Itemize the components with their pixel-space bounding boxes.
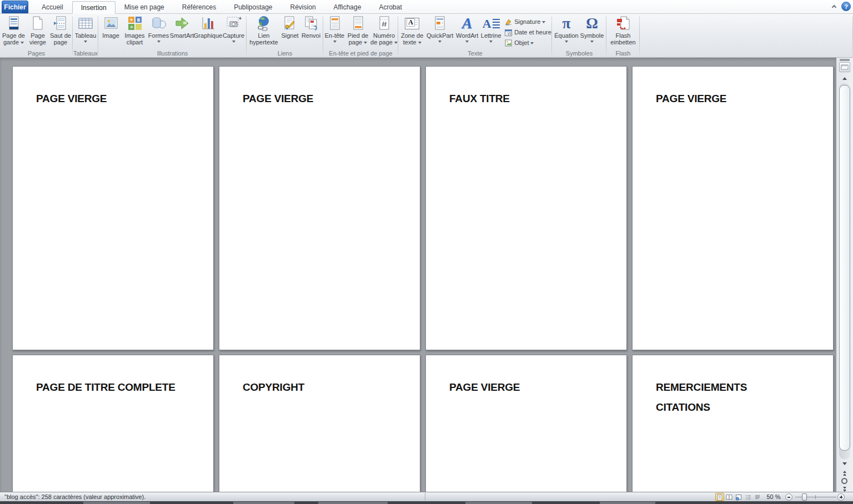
clipart-icon — [127, 15, 143, 32]
capture-button[interactable]: Capture — [222, 14, 245, 43]
status-bar: "blog accès": 258 caractères (valeur app… — [0, 492, 853, 501]
document-page-2[interactable]: PAGE VIERGE — [219, 66, 420, 350]
equation-button[interactable]: π Équation — [554, 14, 579, 43]
dropdown-arrow — [438, 41, 441, 43]
tab-affichage[interactable]: Affichage — [325, 1, 370, 13]
date-time-icon — [504, 28, 513, 37]
date-et-heure-button[interactable]: Date et heure — [504, 28, 551, 37]
graphique-button[interactable]: Graphique — [194, 14, 222, 39]
ruler-toggle-button[interactable] — [839, 62, 850, 72]
picture-icon — [103, 15, 119, 32]
formes-button[interactable]: Formes — [148, 14, 170, 43]
zoom-percentage[interactable]: 50 % — [764, 493, 783, 500]
scroll-down-button[interactable] — [839, 459, 850, 468]
zoom-out-button[interactable] — [785, 493, 792, 501]
document-page-6[interactable]: COPYRIGHT — [219, 355, 420, 492]
help-button[interactable]: ? — [841, 2, 851, 11]
equation-pi-icon: π — [558, 15, 575, 32]
zone-de-texte-button[interactable]: A Zone de texte — [399, 14, 425, 46]
zoom-in-button[interactable] — [837, 493, 845, 501]
file-tab[interactable]: Fichier — [2, 1, 28, 13]
symbole-button[interactable]: Ω Symbole — [579, 14, 605, 43]
tab-accueil[interactable]: Accueil — [33, 1, 72, 13]
group-label-pages: Pages — [0, 50, 73, 57]
table-icon — [77, 15, 94, 32]
document-workspace[interactable]: PAGE VIERGE PAGE VIERGE FAUX TITRE PAGE … — [0, 58, 836, 492]
ribbon-group-symboles: π Équation Ω Symbole Symboles — [552, 14, 606, 57]
images-clipart-button[interactable]: Images clipart — [122, 14, 148, 46]
group-label-symboles: Symboles — [552, 50, 606, 57]
scrollbar-thumb[interactable] — [839, 85, 850, 451]
select-browse-object-button[interactable] — [841, 478, 847, 484]
zoom-slider-center-tick — [815, 495, 816, 499]
fullscreen-reading-icon — [726, 494, 732, 501]
objet-button[interactable]: Objet — [504, 38, 551, 47]
document-page-5[interactable]: PAGE DE TITRE COMPLETE — [12, 355, 214, 492]
signature-icon — [504, 18, 513, 26]
page-title: PAGE VIERGE — [656, 89, 822, 109]
signature-button[interactable]: Signature — [504, 17, 551, 26]
minimize-ribbon-button[interactable] — [829, 2, 839, 11]
view-mode-buttons — [715, 493, 762, 501]
tab-revision[interactable]: Révision — [282, 1, 325, 13]
lettrine-button[interactable]: A Lettrine — [480, 14, 502, 43]
shapes-icon — [150, 15, 167, 32]
scroll-up-button[interactable] — [839, 74, 850, 83]
document-page-7[interactable]: PAGE VIERGE — [425, 355, 627, 492]
draft-view-button[interactable] — [753, 493, 762, 501]
quickpart-button[interactable]: QuickPart — [425, 14, 454, 43]
fullscreen-reading-view-button[interactable] — [725, 493, 734, 501]
document-page-4[interactable]: PAGE VIERGE — [632, 66, 834, 350]
wordart-button[interactable]: A WordArt — [454, 14, 480, 43]
word-window: Fichier Accueil Insertion Mise en page R… — [0, 0, 853, 504]
page-de-garde-button[interactable]: Page de garde — [1, 14, 27, 46]
group-label-liens: Liens — [247, 50, 323, 57]
saut-de-page-button[interactable]: Saut de page — [49, 14, 72, 46]
hyperlink-globe-icon — [255, 15, 272, 32]
renvoi-button[interactable]: Renvoi — [300, 14, 322, 39]
vertical-scrollbar-rail — [836, 58, 853, 492]
footer-icon — [350, 15, 367, 32]
dropdown-arrow — [590, 41, 594, 43]
ribbon-group-entete-pied: En-tête Pied de page Numéro de page En-t… — [323, 14, 398, 57]
page-title: PAGE VIERGE — [449, 377, 615, 397]
tableau-button[interactable]: Tableau — [73, 14, 98, 43]
tab-acrobat[interactable]: Acrobat — [370, 1, 410, 13]
signet-button[interactable]: Signet — [279, 14, 300, 39]
chevron-up-icon — [831, 5, 836, 9]
tab-insertion[interactable]: Insertion — [72, 1, 116, 14]
numero-de-page-button[interactable]: Numéro de page — [370, 14, 398, 46]
ribbon: Page de garde Page vierge Saut de page P… — [0, 14, 853, 58]
outline-view-button[interactable] — [744, 493, 752, 501]
tab-references[interactable]: Références — [173, 1, 225, 13]
document-page-3[interactable]: FAUX TITRE — [425, 66, 627, 350]
smartart-icon — [174, 15, 190, 32]
tab-mise-en-page[interactable]: Mise en page — [116, 1, 173, 13]
split-window-handle[interactable] — [840, 59, 850, 61]
document-page-1[interactable]: PAGE VIERGE — [12, 66, 214, 350]
page-title: PAGE VIERGE — [243, 89, 409, 109]
image-button[interactable]: Image — [100, 14, 122, 39]
flash-einbetten-button[interactable]: Flash einbetten — [608, 14, 639, 46]
tab-publipostage[interactable]: Publipostage — [225, 1, 281, 13]
print-layout-view-button[interactable] — [715, 493, 724, 501]
print-layout-icon — [716, 494, 723, 501]
ribbon-group-pages: Page de garde Page vierge Saut de page P… — [0, 14, 73, 57]
zoom-slider-thumb[interactable] — [802, 493, 807, 501]
document-page-8[interactable]: REMERCIEMENTS CITATIONS — [632, 355, 834, 492]
group-label-illustrations: Illustrations — [98, 50, 247, 57]
pied-de-page-button[interactable]: Pied de page — [346, 14, 370, 46]
page-vierge-button[interactable]: Page vierge — [27, 14, 49, 46]
arrow-down-icon — [842, 462, 847, 465]
bookmark-icon — [282, 15, 298, 32]
taskbar-edge — [0, 501, 853, 504]
ruler-icon — [841, 63, 849, 71]
web-layout-view-button[interactable] — [734, 493, 743, 501]
lien-hypertexte-button[interactable]: Lien hypertexte — [248, 14, 279, 46]
outline-icon — [745, 494, 751, 501]
previous-page-button[interactable] — [839, 468, 850, 477]
web-layout-icon — [735, 494, 742, 501]
page-number-icon — [376, 15, 393, 32]
smartart-button[interactable]: SmartArt — [170, 14, 194, 39]
en-tete-button[interactable]: En-tête — [324, 14, 346, 43]
